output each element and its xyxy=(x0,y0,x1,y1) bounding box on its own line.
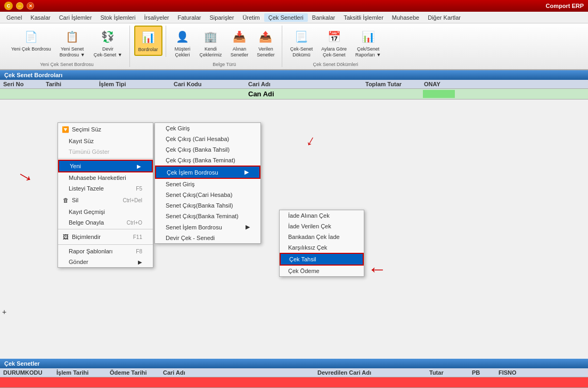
col-toplam-tutar: Toplam Tutar xyxy=(364,81,423,87)
arrow-left-top: → xyxy=(12,162,39,191)
ctx-yeni[interactable]: Yeni ▶ xyxy=(58,160,153,172)
ribbon-group-bordrolar: 📊 Bordrolar xyxy=(131,26,166,57)
sub1-senet-islem-bordrosu[interactable]: Senet İşlem Bordrosu ▶ xyxy=(155,221,260,233)
menu-cari[interactable]: Cari İşlemler xyxy=(55,13,96,22)
sub1-cek-cikis-cari[interactable]: Çek Çıkış (Cari Hesaba) xyxy=(155,134,260,144)
main-section-header: Çek Senet Bordroları xyxy=(0,70,588,80)
ribbon-group-bordrolar-items: 📊 Bordrolar xyxy=(134,26,162,56)
devir-label: DevirÇek-Senet ▼ xyxy=(94,46,123,58)
musteri-cekleri-icon: 👤 xyxy=(174,28,191,45)
title-bar-left: C ─ ✕ xyxy=(4,2,34,10)
bcol-durumkodu: DURUMKODU xyxy=(2,369,55,376)
musteri-cekleri-label: MüşteriÇekleri xyxy=(175,46,191,58)
sub1-senet-cikis-banka-teminat[interactable]: Senet Çıkış(Banka Teminat) xyxy=(155,211,260,221)
alinan-senetler-label: AlınanSenetler xyxy=(231,46,249,58)
menu-kasalar[interactable]: Kasalar xyxy=(26,13,54,22)
bottom-table-header: DURUMKODU İşlem Tarihi Ödeme Tarihi Cari… xyxy=(0,368,588,377)
app-icon: C xyxy=(4,2,13,10)
ctx-secimi-suz[interactable]: 🔽Seçimi Süz xyxy=(58,123,153,136)
bcol-fisno: FISNO xyxy=(497,369,551,376)
ctx-rapor-sablonlari[interactable]: Rapor Şablonları F8 xyxy=(58,246,153,257)
sub1-senet-cikis-banka-tahsil[interactable]: Senet Çıkış(Banka Tahsil) xyxy=(155,200,260,211)
menu-taksitli[interactable]: Taksitli İşlemler xyxy=(339,13,388,22)
musteri-cekleri-btn[interactable]: 👤 MüşteriÇekleri xyxy=(170,26,195,61)
filter-icon: 🔽 xyxy=(61,125,70,134)
yeni-arrow: ▶ xyxy=(137,163,141,169)
bcol-tutar: Tutar xyxy=(428,369,471,376)
sub2-karsilıksız-cek[interactable]: Karşılıksız Çek xyxy=(280,242,364,253)
col-tarihi: Tarihi xyxy=(45,81,98,87)
verilen-senetler-btn[interactable]: 📤 VerilenSenetler xyxy=(253,26,279,61)
menu-faturalar[interactable]: Faturalar xyxy=(174,13,206,22)
cek-islem-arrow: ▶ xyxy=(244,169,249,176)
col-seri-no: Seri No xyxy=(2,81,45,87)
menu-uretim[interactable]: Üretim xyxy=(238,13,264,22)
yeni-cek-bordrosu-btn[interactable]: 📄 Yeni Çek Bordrosu xyxy=(7,26,55,55)
row-toplam-tutar xyxy=(364,90,423,98)
ctx-bicimlendir[interactable]: 🖼Biçimlendir F11 xyxy=(58,230,153,243)
sub1-senet-giris[interactable]: Senet Giriş xyxy=(155,179,260,189)
row-islem-tipi xyxy=(98,90,173,98)
menu-diger[interactable]: Diğer Kartlar xyxy=(423,13,465,22)
aylara-gore-icon: 📅 xyxy=(325,28,342,45)
ribbon: 📄 Yeni Çek Bordrosu 📋 Yeni SenetBordrosu… xyxy=(0,23,588,70)
sub1-cek-cikis-banka-teminat[interactable]: Çek Çıkış (Banka Teminat) xyxy=(155,155,260,166)
app-title: Comport ERP xyxy=(546,3,584,9)
menu-siparisler[interactable]: Siparişler xyxy=(206,13,239,22)
sub1-senet-cikis-cari[interactable]: Senet Çıkış(Cari Hesaba) xyxy=(155,189,260,200)
ribbon-group-dokumler-items: 📃 Çek-SenetDökümü 📅 Aylara GöreÇek-Senet… xyxy=(287,26,385,61)
yeni-senet-label: Yeni SenetBordrosu ▼ xyxy=(60,46,85,58)
cek-senet-raporlari-btn[interactable]: 📊 Çek/SenetRaporları ▼ xyxy=(352,26,385,61)
bordrolar-btn[interactable]: 📊 Bordrolar xyxy=(134,26,162,56)
brow-islem-tarihi xyxy=(55,378,109,386)
yeni-senet-bordrosu-btn[interactable]: 📋 Yeni SenetBordrosu ▼ xyxy=(56,26,89,61)
main-table-row[interactable]: Can Adi xyxy=(0,89,588,100)
ribbon-group-dokumler-label: Çek Senet Dökümleri xyxy=(313,62,358,67)
sub2-cek-odeme[interactable]: Çek Ödeme xyxy=(280,266,364,276)
menu-bankalar[interactable]: Bankalar xyxy=(308,13,339,22)
ctx-muhasebe[interactable]: Muhasebe Hareketleri xyxy=(58,172,153,183)
menu-bar: Genel Kasalar Cari İşlemler Stok İşlemle… xyxy=(0,12,588,23)
menu-stok[interactable]: Stok İşlemleri xyxy=(96,13,140,22)
sub2-iade-alinan-cek[interactable]: İade Alınan Çek xyxy=(280,210,364,221)
bottom-section: Çek Senetler DURUMKODU İşlem Tarihi Ödem… xyxy=(0,359,588,388)
sub1-devir-cek-senedi[interactable]: Devir Çek - Senedi xyxy=(155,233,260,243)
plus-button[interactable]: + xyxy=(2,308,6,316)
sub2-cek-tahsil[interactable]: Çek Tahsil xyxy=(280,253,364,266)
alinan-senetler-icon: 📥 xyxy=(231,28,248,45)
sub1-cek-giris[interactable]: Çek Giriş xyxy=(155,123,260,134)
ctx-belge-onayla[interactable]: Belge Onayla Ctrl+O xyxy=(58,217,153,228)
minimize-btn[interactable]: ─ xyxy=(16,2,23,10)
ribbon-group-belge-items: 👤 MüşteriÇekleri 🏢 KendiÇeklerimiz 📥 Alı… xyxy=(170,26,279,61)
cek-senet-dokumu-btn[interactable]: 📃 Çek-SenetDökümü xyxy=(287,26,317,61)
ribbon-group-belge-label: Belge Türü xyxy=(213,62,236,67)
devir-cek-senet-btn[interactable]: 💱 DevirÇek-Senet ▼ xyxy=(90,26,126,61)
ctx-sil[interactable]: 🗑Sil Ctrl+Del xyxy=(58,194,153,207)
sub1-cek-cikis-banka-tahsil[interactable]: Çek Çıkış (Banka Tahsil) xyxy=(155,144,260,155)
close-btn[interactable]: ✕ xyxy=(27,2,34,10)
ctx-listeyi-tazele[interactable]: Listeyi Tazele F5 xyxy=(58,183,153,194)
brow-durumkodu xyxy=(2,378,55,386)
aylara-gore-btn[interactable]: 📅 Aylara GöreÇek-Senet xyxy=(317,26,350,61)
kendi-ceklerimiz-label: KendiÇeklerimiz xyxy=(200,46,222,58)
sub2-bankadan-cek-iade[interactable]: Bankadan Çek İade xyxy=(280,232,364,242)
brow-odeme-tarihi xyxy=(109,378,162,386)
ctx-gonder[interactable]: Gönder ▶ xyxy=(58,257,153,267)
ctx-kayit-gecmisi[interactable]: Kayıt Geçmişi xyxy=(58,207,153,217)
menu-irsaliyeler[interactable]: İrsaliyeler xyxy=(140,13,173,22)
arrow-right: → xyxy=(368,260,387,282)
rapor-shortcut: F8 xyxy=(136,249,142,254)
kendi-ceklerimiz-btn[interactable]: 🏢 KendiÇeklerimiz xyxy=(196,26,226,61)
menu-muhasebe[interactable]: Muhasebe xyxy=(388,13,423,22)
ctx-kayit-suz[interactable]: Kayıt Süz xyxy=(58,136,153,146)
menu-genel[interactable]: Genel xyxy=(2,13,26,22)
ribbon-group-dokumler: 📃 Çek-SenetDökümü 📅 Aylara GöreÇek-Senet… xyxy=(283,26,388,67)
sub1-cek-islem-bordrosu[interactable]: Çek İşlem Bordrosu ▶ xyxy=(155,166,260,179)
cek-senet-raporlari-icon: 📊 xyxy=(360,28,377,45)
bordrolar-label: Bordrolar xyxy=(138,47,158,53)
bottom-table-row[interactable] xyxy=(0,377,588,388)
menu-cek-senetleri[interactable]: Çek Senetleri xyxy=(264,13,308,22)
alinan-senetler-btn[interactable]: 📥 AlınanSenetler xyxy=(227,26,252,61)
bcol-devredilen-cari: Devredilen Cari Adı xyxy=(316,369,428,376)
sub2-iade-verilen-cek[interactable]: İade Verilen Çek xyxy=(280,221,364,232)
